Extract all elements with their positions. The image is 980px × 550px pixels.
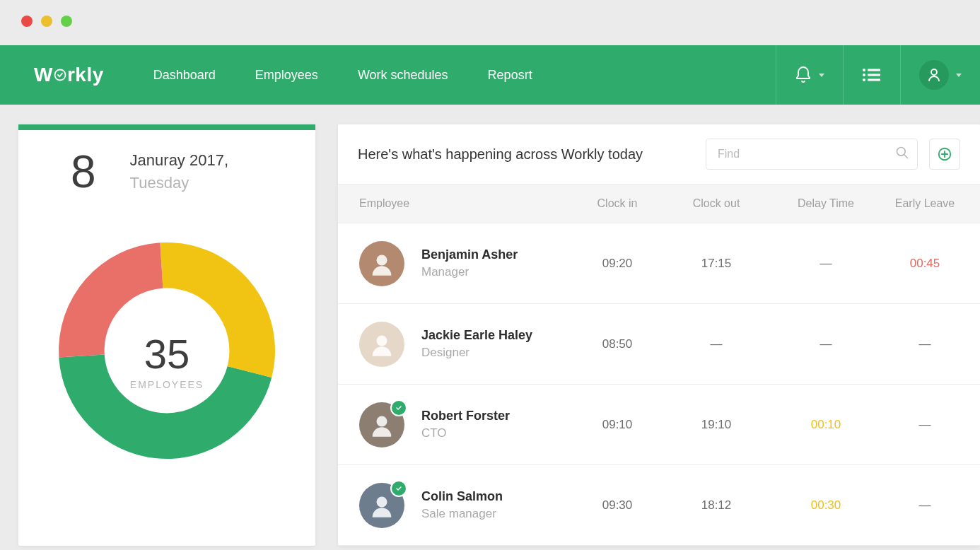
brand-text-part1: W: [34, 64, 53, 86]
donut-center-label: EMPLOYEES: [130, 379, 204, 390]
search-input[interactable]: [706, 139, 918, 170]
employee-avatar: [359, 322, 404, 367]
svg-point-5: [863, 78, 865, 81]
cell-clock_out: —: [663, 324, 769, 364]
nav-work-schedules[interactable]: Work schedules: [358, 68, 448, 83]
bell-icon: [795, 66, 812, 84]
cell-clock_out: 18:12: [663, 486, 769, 525]
chevron-down-icon: [819, 74, 824, 77]
close-window-icon[interactable]: [21, 16, 33, 27]
svg-point-1: [863, 69, 865, 71]
svg-point-13: [377, 254, 387, 265]
svg-point-3: [863, 74, 865, 76]
user-menu[interactable]: [900, 45, 980, 105]
chevron-down-icon: [956, 74, 962, 77]
nav-report[interactable]: Reposrt: [488, 68, 532, 83]
date-summary-card: 8 Januray 2017, Tuesday 35 EMPLOYEES: [18, 124, 315, 546]
employee-role: Designer: [421, 346, 532, 360]
employee-name: Jackie Earle Haley: [421, 328, 532, 343]
col-delay-time: Delay Time: [769, 185, 882, 223]
employee-role: Sale manager: [421, 507, 503, 521]
brand-text-part2: rkly: [67, 64, 104, 86]
user-avatar-icon: [919, 60, 949, 90]
employee-role: Manager: [421, 265, 518, 279]
date-month-year: Januray 2017,: [130, 151, 228, 170]
minimize-window-icon[interactable]: [41, 16, 52, 27]
table-row[interactable]: Robert ForsterCTO09:1019:1000:10—: [338, 385, 980, 465]
verified-badge-icon: [390, 480, 407, 497]
employee-name: Benjamin Asher: [421, 247, 518, 262]
svg-rect-4: [868, 74, 880, 76]
cell-clock_in: 09:20: [571, 244, 663, 283]
window-traffic-lights: [0, 0, 980, 45]
svg-point-16: [377, 496, 387, 507]
employee-name: Colin Salmon: [421, 489, 503, 504]
list-menu[interactable]: [843, 45, 900, 105]
employees-donut-chart: 35 EMPLOYEES: [18, 216, 315, 499]
col-clock-out: Clock out: [663, 185, 769, 223]
cell-delay: 00:30: [769, 486, 882, 525]
brand-logo: W rkly: [0, 64, 153, 86]
cell-delay: 00:10: [769, 405, 882, 445]
employee-role: CTO: [421, 426, 510, 440]
search-icon: [895, 146, 909, 163]
svg-point-14: [377, 335, 387, 346]
notifications-menu[interactable]: [776, 45, 843, 105]
app-header: W rkly Dashboard Employees Work schedule…: [0, 45, 980, 105]
add-button[interactable]: [929, 139, 960, 170]
verified-badge-icon: [390, 399, 407, 416]
cell-delay: —: [769, 324, 882, 364]
employee-name: Robert Forster: [421, 409, 510, 423]
card-accent-bar: [18, 124, 315, 130]
table-row[interactable]: Colin SalmonSale manager09:3018:1200:30—: [338, 465, 980, 546]
cell-early: —: [882, 324, 980, 364]
table-row[interactable]: Benjamin AsherManager09:2017:15—00:45: [338, 223, 980, 304]
col-employee: Employee: [338, 185, 571, 223]
list-icon: [862, 67, 882, 83]
date-weekday: Tuesday: [130, 174, 228, 192]
activity-feed-card: Here's what's happening across Workly to…: [338, 124, 980, 546]
cell-clock_in: 09:30: [571, 486, 663, 525]
table-row[interactable]: Jackie Earle HaleyDesigner08:50———: [338, 304, 980, 385]
table-header: Employee Clock in Clock out Delay Time E…: [338, 184, 980, 223]
employee-avatar: [359, 241, 404, 286]
col-early-leave: Early Leave: [882, 185, 980, 223]
feed-title: Here's what's happening across Workly to…: [358, 146, 694, 163]
gear-icon: [54, 69, 66, 81]
svg-point-15: [377, 416, 387, 426]
cell-clock_in: 09:10: [571, 405, 663, 445]
col-clock-in: Clock in: [571, 185, 663, 223]
cell-early: —: [882, 405, 980, 445]
date-day-number: 8: [71, 146, 96, 198]
svg-point-7: [931, 69, 937, 75]
maximize-window-icon[interactable]: [61, 16, 72, 27]
nav-employees[interactable]: Employees: [255, 68, 318, 83]
nav-dashboard[interactable]: Dashboard: [153, 68, 216, 83]
table-body: Benjamin AsherManager09:2017:15—00:45Jac…: [338, 223, 980, 546]
svg-line-9: [904, 155, 908, 158]
primary-nav: Dashboard Employees Work schedules Repos…: [153, 68, 532, 83]
search-box: [706, 139, 918, 170]
cell-early: —: [882, 486, 980, 525]
header-actions: [776, 45, 980, 105]
donut-center-value: 35: [130, 330, 204, 378]
cell-clock_out: 19:10: [663, 405, 769, 445]
cell-clock_in: 08:50: [571, 324, 663, 364]
cell-delay: —: [769, 244, 882, 283]
cell-early: 00:45: [882, 244, 980, 283]
svg-rect-6: [868, 79, 880, 81]
plus-circle-icon: [937, 146, 952, 162]
person-icon: [928, 68, 940, 82]
cell-clock_out: 17:15: [663, 244, 769, 283]
svg-rect-2: [868, 69, 880, 71]
